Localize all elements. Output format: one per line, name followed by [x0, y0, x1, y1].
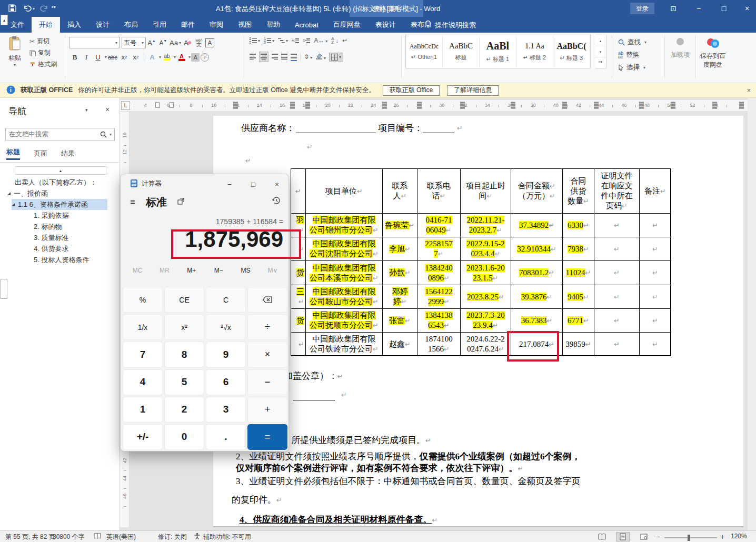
- project-number-blank[interactable]: [423, 133, 454, 133]
- page-indicator[interactable]: 第 55 页, 共 82 页: [5, 533, 55, 541]
- ruler-column-marker[interactable]: [671, 102, 675, 109]
- note-line[interactable]: 3、业绩证明文件必须包括但不限于：中标通知书或合同首页、数量页、金额页及签字页: [236, 475, 581, 487]
- ruler-column-marker[interactable]: [460, 102, 465, 109]
- search-icon[interactable]: [100, 131, 107, 138]
- proofing-book-icon[interactable]: [94, 533, 101, 541]
- zoom-in-button[interactable]: +: [720, 533, 724, 541]
- table-org-cell[interactable]: 中国邮政集团有限公司本溪市分公司↵: [306, 261, 383, 285]
- style-card[interactable]: AaBbC标题: [443, 36, 480, 67]
- table-qty-cell[interactable]: 6771↵: [563, 309, 594, 333]
- vertical-scrollbar[interactable]: [748, 98, 756, 530]
- table-page-cell[interactable]: ↵: [594, 237, 640, 261]
- table-period-cell[interactable]: 2022.11.21-2023.2.7↵: [461, 214, 511, 237]
- calc-key-%[interactable]: %: [123, 287, 163, 313]
- calc-key-+[interactable]: +: [247, 397, 287, 423]
- justify-icon[interactable]: [281, 53, 287, 61]
- ribbon-tab-插入[interactable]: 插入: [60, 17, 88, 33]
- search-dropdown-caret[interactable]: ▾: [110, 132, 112, 137]
- calc-memory-M+[interactable]: M+: [179, 267, 204, 274]
- table-header-cell[interactable]: 项目单位↵: [306, 169, 383, 214]
- date-blank[interactable]: [293, 400, 335, 400]
- table-amount-cell[interactable]: 37.34892↵: [511, 214, 563, 237]
- note-line[interactable]: 4、供应商须准备合同及相关证明材料原件备查。↵: [240, 514, 437, 526]
- scroll-up-arrow[interactable]: ▲: [1, 15, 8, 25]
- read-mode-icon[interactable]: [595, 532, 609, 541]
- superscript-button[interactable]: x2: [131, 52, 141, 63]
- table-period-cell[interactable]: 2023.8.25↵: [461, 285, 511, 309]
- calculator-window[interactable]: 计算器 − □ × ≡ 标准 1759385 + 116584 = 1,875,…: [120, 174, 289, 451]
- table-page-cell[interactable]: ↵: [594, 333, 640, 356]
- zoom-out-button[interactable]: −: [655, 533, 660, 541]
- calc-minimize-button[interactable]: −: [222, 177, 237, 191]
- bold-button[interactable]: B: [69, 52, 80, 63]
- tab-selector[interactable]: L: [121, 101, 130, 110]
- sort-button[interactable]: AZ: [331, 37, 334, 44]
- table-qty-cell[interactable]: 9405↵: [563, 285, 594, 309]
- clear-formatting-button[interactable]: A: [182, 37, 193, 48]
- table-period-cell[interactable]: 2022.9.15-2023.4.4↵: [461, 237, 511, 261]
- signin-button[interactable]: 登录: [630, 3, 654, 14]
- project-number-label[interactable]: 项目编号：: [378, 122, 423, 134]
- character-border-button[interactable]: A: [205, 38, 214, 47]
- learn-more-button[interactable]: 了解详细信息: [447, 85, 499, 96]
- close-button[interactable]: ×: [739, 3, 755, 14]
- revision-indicator[interactable]: 修订: 关闭: [158, 533, 187, 541]
- highlight-color-button[interactable]: ab: [162, 52, 172, 63]
- ribbon-tab-百度网盘[interactable]: 百度网盘: [326, 17, 368, 33]
- nav-close-icon[interactable]: ×: [105, 105, 110, 114]
- ribbon-tab-引用[interactable]: 引用: [145, 17, 174, 33]
- tell-me-search[interactable]: 操作说明搜索: [435, 21, 476, 30]
- table-contact-cell[interactable]: 鲁琬莹↵: [383, 214, 417, 237]
- table-header-cell[interactable]: 合同供货数量↵: [563, 169, 594, 214]
- table-page-cell[interactable]: ↵: [594, 285, 640, 309]
- table-header-cell[interactable]: 证明文件在响应文件中所在页码↵: [594, 169, 640, 214]
- table-org-cell[interactable]: 中国邮政集团有限公司鞍山市分公司↵: [306, 285, 383, 309]
- table-note-cell[interactable]: ↵: [640, 285, 671, 309]
- ruler-column-marker[interactable]: [305, 102, 310, 109]
- underline-button[interactable]: U: [93, 52, 103, 63]
- table-sliver-cell[interactable]: 货: [291, 261, 306, 285]
- calc-key-1[interactable]: 1: [123, 397, 163, 423]
- table-header-cell[interactable]: 联系电话↵: [417, 169, 461, 214]
- nav-tab-标题[interactable]: 标题: [6, 147, 20, 160]
- note-line[interactable]: 仅对顺序前6个案例进行评审，如有案例不符合要求，依次往下评审）。↵: [236, 462, 523, 474]
- table-note-cell[interactable]: ↵: [640, 214, 671, 237]
- table-header-cell[interactable]: 联系人↵: [383, 169, 417, 214]
- font-color-button[interactable]: A: [176, 52, 187, 63]
- align-center-icon[interactable]: [259, 52, 268, 62]
- nav-tab-结果[interactable]: 结果: [61, 149, 75, 158]
- styles-scroll-up[interactable]: ▴: [595, 35, 606, 46]
- table-qty-cell[interactable]: 6330↵: [563, 214, 594, 237]
- table-period-cell[interactable]: 2023.7.3-2023.9.4↵: [461, 309, 511, 333]
- ruler-column-marker[interactable]: [382, 102, 387, 109]
- calc-key-²√x[interactable]: ²√x: [206, 314, 246, 340]
- table-page-cell[interactable]: ↵: [594, 261, 640, 285]
- table-org-cell[interactable]: 中国邮政集团有限公司抚顺市分公司↵: [306, 309, 383, 333]
- calc-key-−[interactable]: −: [247, 369, 287, 395]
- table-period-cell[interactable]: 2023.1.6-2023.1.5↵: [461, 261, 511, 285]
- ruler-indent-marker[interactable]: [170, 102, 174, 108]
- dismiss-warning-icon[interactable]: ×: [747, 86, 751, 94]
- note-line[interactable]: 所提供业绩须是已签约完成项目。↵: [291, 434, 431, 446]
- font-name-combo[interactable]: ▾: [69, 37, 120, 48]
- bullets-button[interactable]: ▾: [250, 37, 260, 44]
- ruler-column-marker[interactable]: [233, 102, 238, 109]
- italic-button[interactable]: I: [81, 52, 92, 63]
- scrollbar-thumb[interactable]: [1, 279, 7, 299]
- table-contact-cell[interactable]: 李旭↵: [383, 237, 417, 261]
- character-shading-button[interactable]: A: [191, 53, 200, 62]
- ribbon-tab-帮助[interactable]: 帮助: [259, 17, 287, 33]
- align-right-icon[interactable]: [272, 53, 278, 61]
- table-note-cell[interactable]: ↵: [640, 261, 671, 285]
- styles-scroll-down[interactable]: ▾: [595, 46, 606, 57]
- table-contact-cell[interactable]: 张雷↵: [383, 309, 417, 333]
- minimize-button[interactable]: −: [691, 3, 707, 14]
- distributed-icon[interactable]: [291, 53, 297, 61]
- copy-button[interactable]: 复制: [29, 48, 51, 57]
- language-indicator[interactable]: 英语(美国): [106, 533, 136, 541]
- show-marks-button[interactable]: ↵: [342, 37, 347, 44]
- table-amount-cell[interactable]: 39.3876↵: [511, 285, 563, 309]
- table-note-cell[interactable]: ↵: [640, 309, 671, 333]
- subscript-button[interactable]: x2: [119, 52, 130, 63]
- font-size-combo[interactable]: 五号▾: [122, 37, 146, 48]
